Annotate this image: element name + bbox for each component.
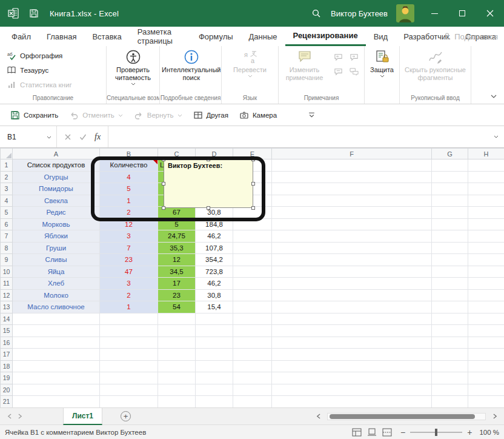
spelling-button[interactable]: аб Орфография bbox=[2, 49, 104, 63]
cell-D5[interactable]: 30,8 bbox=[196, 207, 233, 219]
check-accessibility-button[interactable]: Проверить читаемость bbox=[108, 48, 158, 94]
cell-D2[interactable] bbox=[196, 171, 233, 183]
cell-A3[interactable]: Помидоры bbox=[13, 183, 100, 195]
cell[interactable] bbox=[272, 230, 432, 243]
cell-C1[interactable]: Цена bbox=[158, 159, 196, 172]
cell[interactable] bbox=[233, 325, 272, 337]
row-header[interactable]: 20 bbox=[1, 384, 13, 396]
translate-button[interactable]: яa Перевести bbox=[224, 48, 276, 94]
cell[interactable] bbox=[233, 301, 272, 313]
cell[interactable] bbox=[233, 360, 272, 372]
cell-D9[interactable]: 354,2 bbox=[196, 254, 233, 266]
cell[interactable] bbox=[468, 278, 504, 290]
cell[interactable] bbox=[272, 349, 432, 361]
row-header[interactable]: 14 bbox=[1, 313, 13, 325]
row-header[interactable]: 9 bbox=[1, 254, 13, 266]
quick-save-icon[interactable] bbox=[29, 8, 39, 18]
row-header[interactable]: 3 bbox=[1, 183, 13, 195]
cell-B5[interactable]: 2 bbox=[100, 207, 158, 219]
minimize-button[interactable] bbox=[420, 0, 448, 27]
cell[interactable] bbox=[272, 171, 432, 183]
cell[interactable] bbox=[100, 396, 158, 408]
cell[interactable] bbox=[468, 337, 504, 349]
cell[interactable] bbox=[158, 360, 196, 372]
cell[interactable] bbox=[100, 313, 158, 325]
cell[interactable] bbox=[432, 372, 468, 384]
cell[interactable] bbox=[272, 159, 432, 172]
cell-B11[interactable]: 3 bbox=[100, 278, 158, 290]
name-box[interactable]: B1 bbox=[0, 126, 57, 147]
cell-A12[interactable]: Молоко bbox=[13, 289, 100, 301]
cell[interactable] bbox=[100, 360, 158, 372]
cell[interactable] bbox=[158, 349, 196, 361]
cell-A1[interactable]: Список продуктов bbox=[13, 159, 100, 172]
cell[interactable] bbox=[432, 313, 468, 325]
cell[interactable] bbox=[468, 396, 504, 408]
cell[interactable] bbox=[233, 207, 272, 219]
cell[interactable] bbox=[272, 396, 432, 408]
cell[interactable] bbox=[158, 325, 196, 337]
cell-C9[interactable]: 12 bbox=[158, 254, 196, 266]
cell[interactable] bbox=[272, 313, 432, 325]
row-header[interactable]: 15 bbox=[1, 325, 13, 337]
cell[interactable] bbox=[100, 384, 158, 396]
cell[interactable] bbox=[100, 349, 158, 361]
cell-A6[interactable]: Морковь bbox=[13, 218, 100, 230]
cell[interactable] bbox=[233, 384, 272, 396]
cell[interactable] bbox=[196, 372, 233, 384]
row-header[interactable]: 7 bbox=[1, 230, 13, 243]
cell-A9[interactable]: Сливы bbox=[13, 254, 100, 266]
search-icon[interactable] bbox=[311, 8, 321, 18]
cell[interactable] bbox=[196, 349, 233, 361]
cell[interactable] bbox=[233, 396, 272, 408]
col-header-F[interactable]: F bbox=[272, 149, 432, 159]
col-header-G[interactable]: G bbox=[432, 149, 468, 159]
cell[interactable] bbox=[233, 337, 272, 349]
cell[interactable] bbox=[432, 325, 468, 337]
cell[interactable] bbox=[158, 337, 196, 349]
cell[interactable] bbox=[13, 372, 100, 384]
cell-C6[interactable]: 5 bbox=[158, 218, 196, 230]
cell-B9[interactable]: 23 bbox=[100, 254, 158, 266]
cell[interactable] bbox=[432, 266, 468, 278]
row-header[interactable]: 5 bbox=[1, 207, 13, 219]
row-header[interactable]: 10 bbox=[1, 266, 13, 278]
zoom-slider[interactable] bbox=[410, 432, 462, 433]
collapse-ribbon-icon[interactable] bbox=[491, 95, 497, 99]
cell[interactable] bbox=[13, 325, 100, 337]
cell[interactable] bbox=[432, 396, 468, 408]
cell-A10[interactable]: Яйца bbox=[13, 266, 100, 278]
col-header-B[interactable]: B bbox=[100, 149, 158, 159]
cell-C7[interactable]: 24,75 bbox=[158, 230, 196, 243]
cell[interactable] bbox=[468, 384, 504, 396]
cell-C13[interactable]: 54 bbox=[158, 301, 196, 313]
cell[interactable] bbox=[432, 218, 468, 230]
cell[interactable] bbox=[432, 207, 468, 219]
zoom-slider-thumb[interactable] bbox=[435, 429, 437, 436]
tab-file[interactable]: Файл bbox=[4, 27, 39, 46]
row-header[interactable]: 21 bbox=[1, 396, 13, 408]
add-sheet-button[interactable]: + bbox=[121, 411, 131, 421]
cell[interactable] bbox=[233, 171, 272, 183]
cell[interactable] bbox=[468, 360, 504, 372]
cell[interactable] bbox=[196, 337, 233, 349]
row-header[interactable]: 1 bbox=[1, 159, 13, 172]
thesaurus-button[interactable]: Тезаурус bbox=[2, 63, 104, 78]
expand-formula-bar-icon[interactable] bbox=[488, 126, 504, 147]
cancel-icon[interactable] bbox=[64, 133, 71, 141]
cell-D8[interactable]: 107,8 bbox=[196, 242, 233, 254]
row-header[interactable]: 17 bbox=[1, 349, 13, 361]
row-header[interactable]: 19 bbox=[1, 372, 13, 384]
cell-D4[interactable] bbox=[196, 195, 233, 207]
cell-C11[interactable]: 17 bbox=[158, 278, 196, 290]
row-header[interactable]: 11 bbox=[1, 278, 13, 290]
cell-A4[interactable]: Свекла bbox=[13, 195, 100, 207]
cell-B12[interactable]: 2 bbox=[100, 289, 158, 301]
cell[interactable] bbox=[432, 254, 468, 266]
next-comment-icon[interactable] bbox=[350, 53, 359, 62]
cell[interactable] bbox=[468, 183, 504, 195]
cell-B8[interactable]: 7 bbox=[100, 242, 158, 254]
cell[interactable] bbox=[13, 337, 100, 349]
cell[interactable] bbox=[196, 313, 233, 325]
edit-comment-button[interactable]: Изменить примечание bbox=[280, 48, 328, 94]
